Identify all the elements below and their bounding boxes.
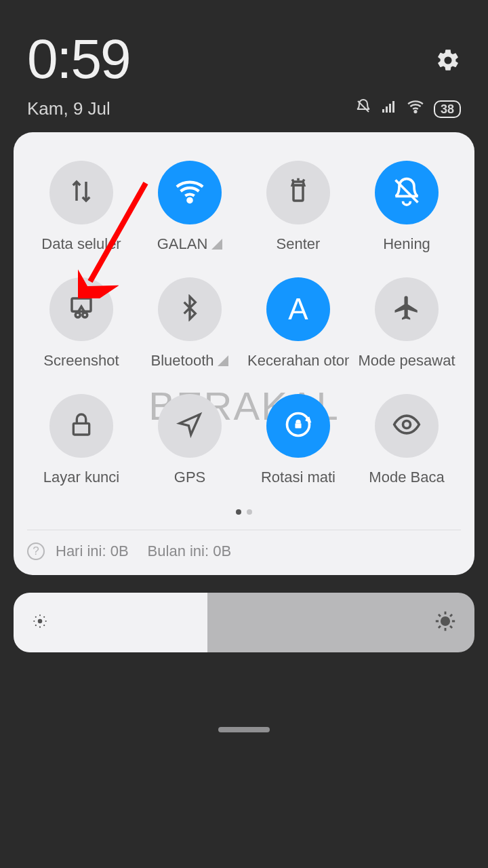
svg-point-27: [43, 625, 45, 626]
svg-line-33: [439, 614, 441, 616]
svg-line-35: [439, 626, 441, 628]
tile-label: Bluetooth: [151, 352, 229, 370]
airplane-icon: [392, 294, 421, 325]
tile-label: Rotasi mati: [261, 469, 336, 486]
svg-rect-1: [382, 109, 384, 113]
flashlight-icon: [284, 177, 312, 208]
clock-time: 0:59: [27, 27, 461, 91]
tile-read-mode[interactable]: Mode Baca: [352, 394, 461, 486]
svg-line-9: [292, 180, 293, 182]
svg-point-13: [75, 313, 80, 317]
svg-rect-3: [389, 104, 391, 113]
mobile-data-icon: [67, 177, 96, 208]
svg-point-22: [33, 620, 35, 622]
cellular-signal-icon: [381, 98, 397, 119]
date-text: Kam, 9 Jul: [27, 98, 110, 119]
mute-icon: [355, 98, 371, 119]
wifi-icon: [407, 98, 424, 120]
svg-rect-7: [293, 185, 303, 201]
tile-screenshot[interactable]: Screenshot: [27, 277, 136, 370]
svg-line-34: [450, 626, 452, 628]
svg-point-23: [45, 620, 47, 622]
tile-mobile-data[interactable]: Data seluler: [27, 161, 136, 253]
svg-line-10: [303, 180, 304, 182]
tile-label: Layar kunci: [43, 469, 120, 486]
brightness-high-icon: [434, 610, 457, 635]
tile-lock-screen[interactable]: Layar kunci: [27, 394, 136, 486]
svg-line-36: [450, 614, 452, 616]
tile-rotation-lock[interactable]: Rotasi mati: [244, 394, 352, 486]
usage-today: Hari ini: 0B: [56, 542, 129, 560]
screenshot-icon: [67, 294, 96, 325]
quick-settings-panel: BERAKAL Data seluler GALAN Senter: [14, 132, 474, 575]
tile-bluetooth[interactable]: Bluetooth: [136, 277, 244, 370]
svg-point-26: [35, 625, 37, 626]
tile-auto-brightness[interactable]: A Kecerahan otomatis: [244, 277, 352, 370]
page-indicator[interactable]: [27, 505, 461, 517]
eye-icon: [392, 410, 422, 442]
tile-flashlight[interactable]: Senter: [244, 161, 352, 253]
svg-point-24: [35, 616, 37, 618]
svg-point-19: [38, 619, 43, 624]
svg-point-5: [415, 111, 417, 113]
svg-rect-4: [392, 101, 394, 113]
battery-level: 38: [434, 100, 461, 118]
svg-point-21: [39, 627, 41, 628]
tile-wifi[interactable]: GALAN: [136, 161, 244, 253]
bluetooth-icon: [176, 294, 203, 324]
svg-point-6: [188, 199, 191, 202]
dnd-icon: [392, 176, 422, 209]
tile-label: Screenshot: [43, 352, 119, 370]
location-icon: [176, 411, 203, 441]
help-icon: ?: [27, 542, 45, 560]
svg-rect-15: [73, 423, 89, 435]
svg-rect-17: [295, 423, 301, 428]
tile-label: GPS: [174, 469, 205, 486]
drag-handle[interactable]: [218, 727, 270, 732]
tile-dnd[interactable]: Hening: [352, 161, 461, 253]
svg-point-25: [43, 616, 45, 618]
brightness-slider[interactable]: [14, 593, 474, 652]
tile-label: Mode pesawat: [358, 352, 455, 370]
tile-label: GALAN: [157, 235, 223, 253]
tile-label: Kecerahan otomatis: [247, 352, 349, 370]
status-bar: 38: [355, 98, 461, 120]
svg-point-28: [441, 617, 449, 625]
wifi-icon: [174, 176, 205, 210]
svg-point-20: [39, 614, 41, 616]
brightness-low-icon: [31, 612, 49, 633]
tile-label: Hening: [383, 235, 430, 253]
auto-brightness-icon: A: [288, 292, 308, 326]
rotation-lock-icon: [283, 410, 313, 442]
data-usage-row[interactable]: ? Hari ini: 0B Bulan ini: 0B: [27, 530, 461, 560]
svg-rect-2: [386, 106, 388, 113]
svg-point-18: [403, 421, 411, 429]
tile-label: Data seluler: [41, 235, 121, 253]
tile-airplane[interactable]: Mode pesawat: [352, 277, 461, 370]
tile-gps[interactable]: GPS: [136, 394, 244, 486]
lock-icon: [68, 411, 95, 441]
tile-label: Senter: [277, 235, 321, 253]
usage-month: Bulan ini: 0B: [148, 542, 232, 560]
settings-gear-icon[interactable]: [435, 47, 461, 76]
tile-label: Mode Baca: [369, 469, 444, 486]
svg-point-14: [83, 313, 87, 317]
